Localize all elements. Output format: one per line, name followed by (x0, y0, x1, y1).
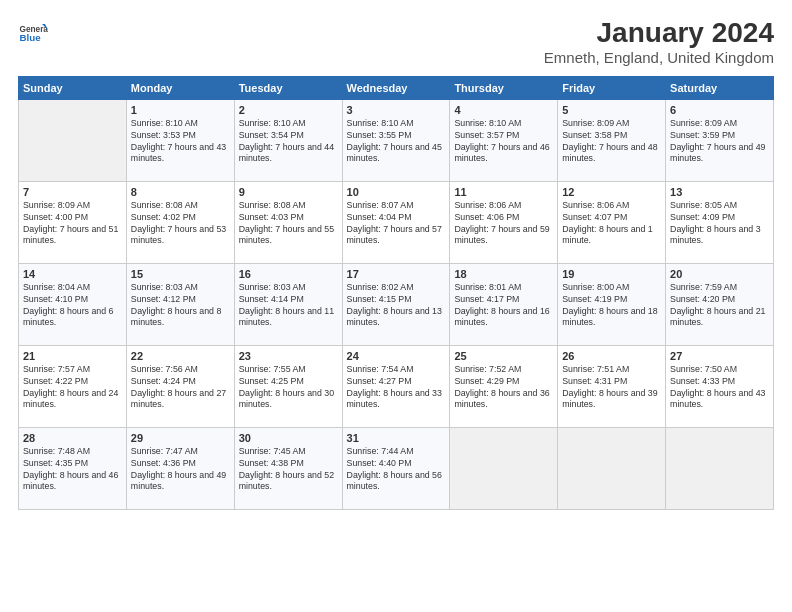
sunrise: Sunrise: 8:09 AM (670, 118, 737, 128)
sunrise: Sunrise: 7:57 AM (23, 364, 90, 374)
daylight: Daylight: 7 hours and 53 minutes. (131, 224, 226, 246)
day-info: Sunrise: 7:57 AMSunset: 4:22 PMDaylight:… (23, 364, 122, 412)
sunrise: Sunrise: 8:04 AM (23, 282, 90, 292)
day-number: 1 (131, 104, 230, 116)
day-number: 28 (23, 432, 122, 444)
calendar-cell-2-5: 19Sunrise: 8:00 AMSunset: 4:19 PMDayligh… (558, 263, 666, 345)
day-info: Sunrise: 8:06 AMSunset: 4:07 PMDaylight:… (562, 200, 661, 248)
sunrise: Sunrise: 8:09 AM (562, 118, 629, 128)
sunset: Sunset: 4:36 PM (131, 458, 196, 468)
calendar-cell-3-2: 23Sunrise: 7:55 AMSunset: 4:25 PMDayligh… (234, 345, 342, 427)
day-number: 7 (23, 186, 122, 198)
sunrise: Sunrise: 7:50 AM (670, 364, 737, 374)
logo: General Blue (18, 18, 52, 48)
daylight: Daylight: 8 hours and 49 minutes. (131, 470, 226, 492)
sunset: Sunset: 4:02 PM (131, 212, 196, 222)
daylight: Daylight: 7 hours and 44 minutes. (239, 142, 334, 164)
day-number: 27 (670, 350, 769, 362)
day-number: 11 (454, 186, 553, 198)
calendar-cell-3-6: 27Sunrise: 7:50 AMSunset: 4:33 PMDayligh… (666, 345, 774, 427)
day-number: 25 (454, 350, 553, 362)
day-number: 22 (131, 350, 230, 362)
daylight: Daylight: 8 hours and 6 minutes. (23, 306, 113, 328)
sunset: Sunset: 4:29 PM (454, 376, 519, 386)
day-info: Sunrise: 8:10 AMSunset: 3:54 PMDaylight:… (239, 118, 338, 166)
calendar-cell-4-0: 28Sunrise: 7:48 AMSunset: 4:35 PMDayligh… (19, 427, 127, 509)
calendar-title: January 2024 (544, 18, 774, 49)
day-number: 29 (131, 432, 230, 444)
day-info: Sunrise: 7:44 AMSunset: 4:40 PMDaylight:… (347, 446, 446, 494)
day-number: 10 (347, 186, 446, 198)
calendar-cell-3-4: 25Sunrise: 7:52 AMSunset: 4:29 PMDayligh… (450, 345, 558, 427)
calendar-cell-1-0: 7Sunrise: 8:09 AMSunset: 4:00 PMDaylight… (19, 181, 127, 263)
daylight: Daylight: 8 hours and 30 minutes. (239, 388, 334, 410)
day-number: 2 (239, 104, 338, 116)
sunset: Sunset: 3:58 PM (562, 130, 627, 140)
day-info: Sunrise: 8:10 AMSunset: 3:57 PMDaylight:… (454, 118, 553, 166)
daylight: Daylight: 8 hours and 46 minutes. (23, 470, 118, 492)
day-info: Sunrise: 7:47 AMSunset: 4:36 PMDaylight:… (131, 446, 230, 494)
sunrise: Sunrise: 7:45 AM (239, 446, 306, 456)
sunset: Sunset: 4:09 PM (670, 212, 735, 222)
daylight: Daylight: 8 hours and 16 minutes. (454, 306, 549, 328)
calendar-cell-2-6: 20Sunrise: 7:59 AMSunset: 4:20 PMDayligh… (666, 263, 774, 345)
calendar-cell-0-4: 4Sunrise: 8:10 AMSunset: 3:57 PMDaylight… (450, 99, 558, 181)
daylight: Daylight: 8 hours and 52 minutes. (239, 470, 334, 492)
calendar-subtitle: Emneth, England, United Kingdom (544, 49, 774, 66)
sunset: Sunset: 4:33 PM (670, 376, 735, 386)
sunrise: Sunrise: 7:52 AM (454, 364, 521, 374)
day-number: 14 (23, 268, 122, 280)
col-saturday: Saturday (666, 76, 774, 99)
sunrise: Sunrise: 8:02 AM (347, 282, 414, 292)
day-info: Sunrise: 7:50 AMSunset: 4:33 PMDaylight:… (670, 364, 769, 412)
sunrise: Sunrise: 7:55 AM (239, 364, 306, 374)
calendar-cell-1-3: 10Sunrise: 8:07 AMSunset: 4:04 PMDayligh… (342, 181, 450, 263)
day-info: Sunrise: 8:02 AMSunset: 4:15 PMDaylight:… (347, 282, 446, 330)
col-tuesday: Tuesday (234, 76, 342, 99)
col-thursday: Thursday (450, 76, 558, 99)
day-number: 20 (670, 268, 769, 280)
day-info: Sunrise: 8:04 AMSunset: 4:10 PMDaylight:… (23, 282, 122, 330)
sunrise: Sunrise: 8:03 AM (239, 282, 306, 292)
calendar-cell-3-1: 22Sunrise: 7:56 AMSunset: 4:24 PMDayligh… (126, 345, 234, 427)
day-info: Sunrise: 7:45 AMSunset: 4:38 PMDaylight:… (239, 446, 338, 494)
sunrise: Sunrise: 8:07 AM (347, 200, 414, 210)
day-info: Sunrise: 8:09 AMSunset: 3:59 PMDaylight:… (670, 118, 769, 166)
day-number: 24 (347, 350, 446, 362)
daylight: Daylight: 7 hours and 48 minutes. (562, 142, 657, 164)
calendar-cell-0-0 (19, 99, 127, 181)
sunrise: Sunrise: 8:06 AM (454, 200, 521, 210)
sunrise: Sunrise: 7:54 AM (347, 364, 414, 374)
sunset: Sunset: 3:54 PM (239, 130, 304, 140)
daylight: Daylight: 7 hours and 49 minutes. (670, 142, 765, 164)
calendar-cell-4-6 (666, 427, 774, 509)
sunset: Sunset: 4:31 PM (562, 376, 627, 386)
sunrise: Sunrise: 8:10 AM (131, 118, 198, 128)
calendar-cell-1-2: 9Sunrise: 8:08 AMSunset: 4:03 PMDaylight… (234, 181, 342, 263)
daylight: Daylight: 7 hours and 55 minutes. (239, 224, 334, 246)
sunrise: Sunrise: 8:05 AM (670, 200, 737, 210)
day-info: Sunrise: 8:07 AMSunset: 4:04 PMDaylight:… (347, 200, 446, 248)
day-number: 21 (23, 350, 122, 362)
calendar-cell-3-5: 26Sunrise: 7:51 AMSunset: 4:31 PMDayligh… (558, 345, 666, 427)
week-row-2: 7Sunrise: 8:09 AMSunset: 4:00 PMDaylight… (19, 181, 774, 263)
title-block: January 2024 Emneth, England, United Kin… (544, 18, 774, 66)
day-number: 16 (239, 268, 338, 280)
daylight: Daylight: 7 hours and 57 minutes. (347, 224, 442, 246)
sunrise: Sunrise: 8:10 AM (239, 118, 306, 128)
calendar-cell-2-0: 14Sunrise: 8:04 AMSunset: 4:10 PMDayligh… (19, 263, 127, 345)
sunset: Sunset: 4:12 PM (131, 294, 196, 304)
sunrise: Sunrise: 8:10 AM (347, 118, 414, 128)
day-number: 15 (131, 268, 230, 280)
day-info: Sunrise: 7:48 AMSunset: 4:35 PMDaylight:… (23, 446, 122, 494)
sunset: Sunset: 4:04 PM (347, 212, 412, 222)
sunrise: Sunrise: 8:01 AM (454, 282, 521, 292)
daylight: Daylight: 8 hours and 56 minutes. (347, 470, 442, 492)
calendar-cell-4-1: 29Sunrise: 7:47 AMSunset: 4:36 PMDayligh… (126, 427, 234, 509)
sunset: Sunset: 3:59 PM (670, 130, 735, 140)
sunrise: Sunrise: 7:56 AM (131, 364, 198, 374)
sunset: Sunset: 3:53 PM (131, 130, 196, 140)
calendar-cell-1-6: 13Sunrise: 8:05 AMSunset: 4:09 PMDayligh… (666, 181, 774, 263)
calendar-cell-4-2: 30Sunrise: 7:45 AMSunset: 4:38 PMDayligh… (234, 427, 342, 509)
daylight: Daylight: 8 hours and 18 minutes. (562, 306, 657, 328)
